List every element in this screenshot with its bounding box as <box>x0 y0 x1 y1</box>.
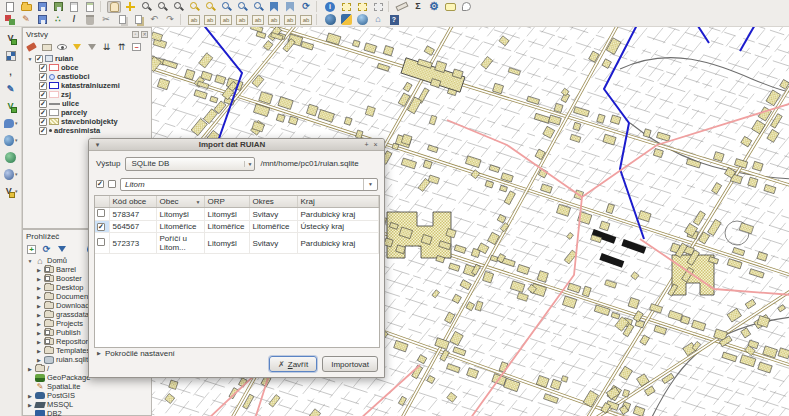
add-virtual-layer-icon[interactable]: V <box>4 101 18 113</box>
select-none-checkbox[interactable] <box>108 180 116 188</box>
save-layer-edits-icon[interactable] <box>35 14 49 26</box>
zoom-in-icon[interactable] <box>139 1 153 13</box>
show-bookmarks-icon[interactable] <box>283 1 297 13</box>
open-project-icon[interactable] <box>19 1 33 13</box>
ruian-plugin-icon[interactable] <box>323 14 337 26</box>
statistical-summary-icon[interactable]: Σ <box>411 1 425 13</box>
zoom-next-icon[interactable] <box>251 1 265 13</box>
expander-icon[interactable]: ▶ <box>27 393 33 399</box>
expander-icon[interactable]: ▼ <box>27 258 33 264</box>
row-checkbox-cell[interactable] <box>95 208 109 221</box>
python-console-icon[interactable] <box>339 14 353 26</box>
column-header-kraj[interactable]: Kraj <box>297 196 379 208</box>
table-cell[interactable]: Litoměřice <box>156 221 204 233</box>
cut-features-icon[interactable]: ✂ <box>99 14 113 26</box>
table-cell[interactable]: 564567 <box>109 221 156 233</box>
expander-icon[interactable]: ▶ <box>36 276 42 282</box>
toggle-editing-icon[interactable]: ✎ <box>19 14 33 26</box>
expander-icon[interactable]: ▶ <box>36 321 42 327</box>
expander-icon[interactable]: ▶ <box>36 339 42 345</box>
expander-icon[interactable]: ▶ <box>36 357 42 363</box>
expander-icon[interactable]: ▶ <box>27 366 33 372</box>
column-header-orp[interactable]: ORP <box>204 196 249 208</box>
expander-icon[interactable]: ▶ <box>36 294 42 300</box>
new-bookmark-icon[interactable] <box>267 1 281 13</box>
layer-checkbox[interactable]: ✓ <box>39 91 47 99</box>
layer-checkbox[interactable]: ✓ <box>39 73 47 81</box>
close-panel-icon[interactable]: ✕ <box>141 31 148 38</box>
table-row[interactable]: 572373Poříčí u Litom...LitomyšlSvitavyPa… <box>95 233 379 254</box>
row-checkbox-cell[interactable] <box>95 233 109 254</box>
expander-icon[interactable]: ▶ <box>36 312 42 318</box>
table-cell[interactable]: Pardubický kraj <box>297 233 379 254</box>
import-button[interactable]: Importovat <box>322 356 378 372</box>
plugin-help-icon[interactable]: ? <box>387 14 401 26</box>
table-row[interactable]: 578347LitomyšlLitomyšlSvitavyPardubický … <box>95 208 379 221</box>
go-home-icon[interactable]: ⌂ <box>371 14 385 26</box>
collapse-all-icon[interactable]: ⇈ <box>116 42 127 53</box>
add-group-icon[interactable] <box>41 42 52 53</box>
layout-manager-icon[interactable] <box>83 1 97 13</box>
current-edits-icon[interactable] <box>3 14 17 26</box>
filter-by-expression-icon[interactable] <box>86 42 97 53</box>
zoom-last-icon[interactable] <box>235 1 249 13</box>
table-cell[interactable]: Litomyšl <box>204 208 249 221</box>
layer-item-obce[interactable]: ✓obce <box>23 63 151 72</box>
municipality-filter-input[interactable]: Litom▼ <box>120 178 378 191</box>
paste-features-icon[interactable] <box>131 14 145 26</box>
advanced-settings-toggle[interactable]: ▶ Pokročilé nastavení <box>96 347 175 359</box>
expander-icon[interactable]: ▶ <box>36 303 42 309</box>
expander-icon[interactable]: ▶ <box>27 402 33 408</box>
identify-features-icon[interactable]: i <box>323 1 337 13</box>
browser-item-db2[interactable]: DB2 <box>23 409 151 416</box>
expander-icon[interactable]: ▶ <box>36 285 42 291</box>
layer-item-stavebniobjekty[interactable]: ✓stavebniobjekty <box>23 117 151 126</box>
group-checkbox[interactable]: ✓ <box>35 55 43 63</box>
table-cell[interactable]: Pardubický kraj <box>297 208 379 221</box>
layer-checkbox[interactable]: ✓ <box>39 64 47 72</box>
table-cell[interactable]: Svitavy <box>249 233 297 254</box>
zoom-to-selection-icon[interactable] <box>203 1 217 13</box>
maximize-window-icon[interactable]: + <box>362 141 371 148</box>
row-checkbox[interactable]: ✓ <box>97 223 105 231</box>
undo-icon[interactable]: ↶ <box>147 14 161 26</box>
row-checkbox[interactable] <box>97 209 105 217</box>
layer-checkbox[interactable]: ✓ <box>39 118 47 126</box>
layer-checkbox[interactable]: ✓ <box>39 82 47 90</box>
pan-to-selection-icon[interactable] <box>123 1 137 13</box>
deselect-features-icon[interactable] <box>371 1 385 13</box>
zoom-out-icon[interactable] <box>155 1 169 13</box>
expander-icon[interactable]: ▼ <box>27 56 33 62</box>
osm-place-search-icon[interactable] <box>355 14 369 26</box>
expander-icon[interactable]: ▶ <box>36 267 42 273</box>
rotate-label-icon[interactable]: ab <box>283 14 297 26</box>
change-label-icon[interactable]: ab <box>299 14 313 26</box>
new-shapefile-layer-icon[interactable]: V▾ <box>4 186 18 198</box>
zoom-to-layer-icon[interactable] <box>219 1 233 13</box>
expand-all-icon[interactable]: ⇊ <box>101 42 112 53</box>
browser-item-mssql[interactable]: ▶MSSQL <box>23 400 151 409</box>
layer-checkbox[interactable]: ✓ <box>39 109 47 117</box>
add-spatialite-layer-icon[interactable]: ✎ <box>4 84 18 96</box>
refresh-browser-icon[interactable]: ⟳ <box>41 244 52 255</box>
table-cell[interactable]: 578347 <box>109 208 156 221</box>
map-tips-icon[interactable] <box>443 1 457 13</box>
save-project-icon[interactable] <box>35 1 49 13</box>
browser-item-postgis[interactable]: ▶PostGIS <box>23 391 151 400</box>
filter-legend-icon[interactable] <box>71 42 82 53</box>
add-raster-layer-icon[interactable] <box>4 50 18 62</box>
table-cell[interactable]: Litomyšl <box>156 208 204 221</box>
options-gear-icon[interactable]: ⚙ <box>427 1 441 13</box>
remove-layer-icon[interactable]: − <box>131 42 142 53</box>
measure-line-icon[interactable] <box>395 1 409 13</box>
municipality-table[interactable]: Kód obceObec▼ORPOkresKraj 578347Litomyšl… <box>94 195 380 348</box>
table-cell[interactable]: Litoměřice <box>249 221 297 233</box>
add-delimited-text-icon[interactable]: , <box>4 67 18 79</box>
layer-group-ruian[interactable]: ▼✓ruian <box>23 54 151 63</box>
vertex-tool-icon[interactable]: / <box>67 14 81 26</box>
zoom-native-icon[interactable] <box>171 1 185 13</box>
delete-selected-icon[interactable] <box>83 14 97 26</box>
select-all-checkbox[interactable]: ✓ <box>96 180 104 188</box>
pin-labels-icon[interactable]: ab <box>235 14 249 26</box>
add-wfs-layer-icon[interactable]: ▾ <box>4 169 18 181</box>
